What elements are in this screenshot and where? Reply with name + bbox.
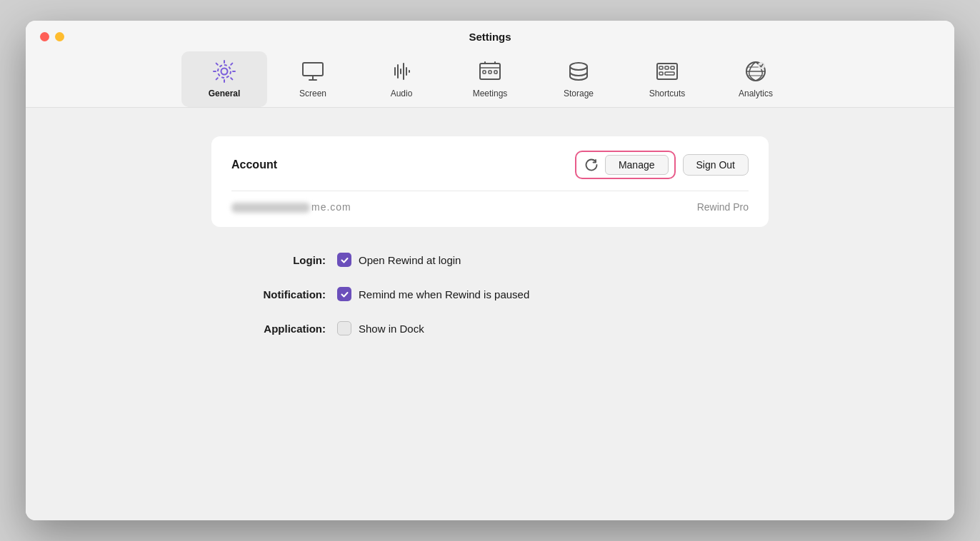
meetings-icon <box>477 59 503 84</box>
account-divider <box>231 191 749 191</box>
login-key: Login: <box>211 254 326 266</box>
window-controls <box>40 32 64 41</box>
application-value: Show in Dock <box>337 321 424 335</box>
main-content: Account Manage Sign Out <box>26 108 954 520</box>
tab-storage-label: Storage <box>564 89 594 98</box>
login-checkbox[interactable] <box>337 253 351 267</box>
tab-general-label: General <box>209 89 241 98</box>
notification-text: Remind me when Rewind is paused <box>359 288 529 300</box>
notification-checkbox[interactable] <box>337 287 351 301</box>
svg-rect-8 <box>659 66 663 69</box>
tab-storage[interactable]: Storage <box>536 51 621 107</box>
titlebar-top: Settings <box>40 21 940 43</box>
analytics-icon <box>743 59 769 84</box>
tab-shortcuts-label: Shortcuts <box>649 89 686 98</box>
account-plan: Rewind Pro <box>697 201 749 213</box>
settings-window: Settings General <box>26 21 954 520</box>
svg-rect-3 <box>483 71 486 74</box>
svg-rect-5 <box>494 71 497 74</box>
svg-rect-9 <box>665 66 669 69</box>
email-blur <box>231 203 310 213</box>
svg-point-0 <box>218 65 231 78</box>
storage-icon <box>566 59 591 84</box>
tab-general[interactable]: General <box>181 51 267 107</box>
svg-rect-10 <box>671 66 674 69</box>
tab-analytics[interactable]: Analytics <box>713 51 799 107</box>
minimize-button[interactable] <box>55 32 64 41</box>
login-row: Login: Open Rewind at login <box>211 253 769 267</box>
close-button[interactable] <box>40 32 49 41</box>
account-email: me.com <box>231 201 351 213</box>
login-value: Open Rewind at login <box>337 253 461 267</box>
tab-audio[interactable]: Audio <box>359 51 444 107</box>
tab-meetings[interactable]: Meetings <box>447 51 533 107</box>
settings-rows: Login: Open Rewind at login Notification… <box>211 253 769 335</box>
manage-wrapper: Manage <box>575 151 676 179</box>
tab-analytics-label: Analytics <box>739 89 773 98</box>
general-icon <box>211 59 237 84</box>
svg-rect-11 <box>659 72 663 75</box>
manage-button[interactable]: Manage <box>605 155 669 175</box>
application-key: Application: <box>211 323 326 335</box>
svg-rect-12 <box>665 72 674 75</box>
application-checkbox[interactable] <box>337 321 351 335</box>
refresh-icon[interactable] <box>582 156 601 174</box>
account-actions: Manage Sign Out <box>575 151 749 179</box>
audio-icon <box>389 59 414 84</box>
account-row: Account Manage Sign Out <box>231 151 749 191</box>
account-card: Account Manage Sign Out <box>211 136 769 227</box>
login-text: Open Rewind at login <box>359 254 461 266</box>
tab-screen[interactable]: Screen <box>270 51 356 107</box>
notification-row: Notification: Remind me when Rewind is p… <box>211 287 769 301</box>
window-title: Settings <box>40 31 940 43</box>
notification-value: Remind me when Rewind is paused <box>337 287 529 301</box>
signout-button[interactable]: Sign Out <box>683 154 749 176</box>
svg-point-6 <box>570 63 587 70</box>
tab-meetings-label: Meetings <box>473 89 508 98</box>
tab-audio-label: Audio <box>391 89 413 98</box>
toolbar: General Screen Audio <box>181 43 799 107</box>
shortcuts-icon <box>654 59 680 84</box>
notification-key: Notification: <box>211 288 326 300</box>
screen-icon <box>300 59 326 84</box>
titlebar: Settings General <box>26 21 954 108</box>
svg-rect-4 <box>489 71 491 74</box>
application-text: Show in Dock <box>359 323 424 335</box>
svg-rect-1 <box>303 63 323 76</box>
tab-screen-label: Screen <box>299 89 326 98</box>
account-label: Account <box>231 158 277 171</box>
tab-shortcuts[interactable]: Shortcuts <box>624 51 710 107</box>
application-row: Application: Show in Dock <box>211 321 769 335</box>
account-email-row: me.com Rewind Pro <box>231 201 749 213</box>
